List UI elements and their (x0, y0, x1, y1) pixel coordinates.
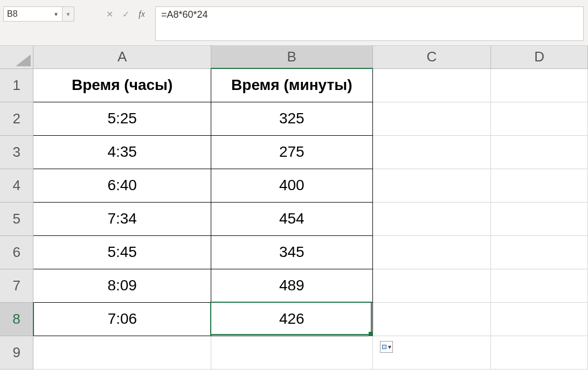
name-box[interactable]: B8 ▼ (3, 6, 63, 22)
row-header-6[interactable]: 6 (0, 235, 33, 269)
name-box-dropdown-icon[interactable]: ▼ (53, 11, 59, 17)
cell-C7[interactable] (372, 269, 491, 302)
autofill-options-button[interactable]: ▾ (380, 341, 393, 353)
cell-A4[interactable]: 6:40 (33, 169, 211, 202)
row-header-1[interactable]: 1 (0, 68, 33, 102)
cell-D1[interactable] (491, 68, 588, 102)
select-all-corner[interactable] (0, 46, 33, 68)
col-header-A[interactable]: A (33, 46, 211, 68)
cell-C4[interactable] (372, 169, 491, 202)
cell-D7[interactable] (491, 269, 588, 302)
cell-C6[interactable] (372, 235, 491, 269)
cell-A2[interactable]: 5:25 (33, 102, 211, 135)
cell-D2[interactable] (491, 102, 588, 135)
cell-B3[interactable]: 275 (211, 135, 372, 169)
cell-A9[interactable] (33, 336, 211, 369)
cell-D6[interactable] (491, 235, 588, 269)
cell-D9[interactable] (491, 336, 588, 369)
name-box-expand-icon[interactable]: ▼ (63, 6, 74, 22)
cell-B5[interactable]: 454 (211, 202, 372, 235)
cell-A7[interactable]: 8:09 (33, 269, 211, 302)
cell-C3[interactable] (372, 135, 491, 169)
row-header-5[interactable]: 5 (0, 202, 33, 235)
cell-C2[interactable] (372, 102, 491, 135)
grid: A B C D 1 Время (часы) Время (минуты) 2 … (0, 46, 588, 370)
cell-C5[interactable] (372, 202, 491, 235)
formula-bar-buttons: ✕ ✓ fx (101, 6, 150, 45)
cell-A5[interactable]: 7:34 (33, 202, 211, 235)
formula-input[interactable]: =A8*60*24 (155, 6, 584, 41)
col-header-D[interactable]: D (491, 46, 588, 68)
cell-D8[interactable] (491, 302, 588, 336)
cell-B9[interactable] (211, 336, 372, 369)
col-header-C[interactable]: C (372, 46, 491, 68)
cell-A3[interactable]: 4:35 (33, 135, 211, 169)
cell-D3[interactable] (491, 135, 588, 169)
cell-D4[interactable] (491, 169, 588, 202)
cell-A1[interactable]: Время (часы) (33, 68, 211, 102)
formula-text: =A8*60*24 (161, 9, 208, 20)
cell-B4[interactable]: 400 (211, 169, 372, 202)
row-header-2[interactable]: 2 (0, 102, 33, 135)
row-header-3[interactable]: 3 (0, 135, 33, 169)
worksheet[interactable]: A B C D 1 Время (часы) Время (минуты) 2 … (0, 46, 588, 370)
insert-function-icon[interactable]: fx (134, 6, 150, 22)
row-header-9[interactable]: 9 (0, 336, 33, 369)
cell-B1[interactable]: Время (минуты) (211, 68, 372, 102)
autofill-chevron-icon: ▾ (388, 343, 391, 351)
formula-bar: B8 ▼ ▼ ✕ ✓ fx =A8*60*24 (0, 0, 588, 46)
row-header-8[interactable]: 8 (0, 302, 33, 336)
cancel-formula-icon[interactable]: ✕ (101, 6, 117, 22)
row-header-4[interactable]: 4 (0, 169, 33, 202)
accept-formula-icon[interactable]: ✓ (117, 6, 134, 22)
cell-A6[interactable]: 5:45 (33, 235, 211, 269)
cell-B2[interactable]: 325 (211, 102, 372, 135)
cell-B8[interactable]: 426 (211, 302, 372, 336)
cell-B6[interactable]: 345 (211, 235, 372, 269)
cell-B7[interactable]: 489 (211, 269, 372, 302)
name-box-value: B8 (7, 9, 18, 19)
cell-A8[interactable]: 7:06 (33, 302, 211, 336)
col-header-B[interactable]: B (211, 46, 372, 68)
row-header-7[interactable]: 7 (0, 269, 33, 302)
name-box-wrap: B8 ▼ ▼ (0, 6, 74, 45)
cell-C8[interactable] (372, 302, 491, 336)
cell-D5[interactable] (491, 202, 588, 235)
cell-C1[interactable] (372, 68, 491, 102)
